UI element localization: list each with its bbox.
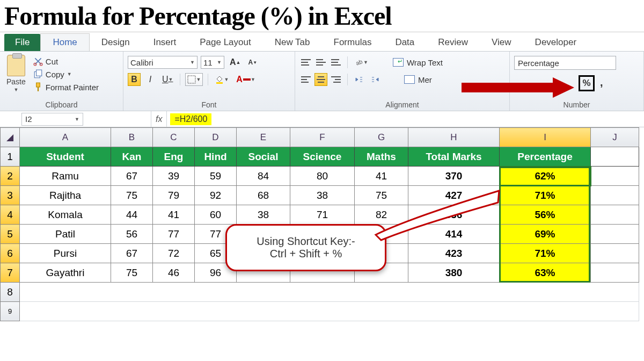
tab-new-tab[interactable]: New Tab — [263, 34, 322, 51]
tab-home[interactable]: Home — [40, 33, 89, 51]
tab-review[interactable]: Review — [426, 34, 480, 51]
cell[interactable] — [591, 186, 639, 205]
col-header[interactable]: I — [500, 128, 591, 147]
col-header[interactable]: E — [237, 128, 290, 147]
borders-button[interactable]: ▼ — [185, 73, 203, 86]
tab-developer[interactable]: Developer — [523, 34, 589, 51]
cell[interactable]: 62% — [500, 167, 591, 186]
cell[interactable]: 92 — [195, 186, 237, 205]
cell[interactable]: 75 — [111, 186, 153, 205]
align-left-button[interactable] — [299, 73, 312, 86]
cell[interactable]: 56% — [500, 205, 591, 225]
cell[interactable]: Gayathri — [20, 263, 111, 283]
cell[interactable]: 39 — [153, 167, 195, 186]
cell[interactable]: 423 — [408, 244, 500, 263]
paste-button[interactable]: Paste ▼ — [4, 54, 28, 93]
font-name-select[interactable]: Calibri▼ — [128, 56, 197, 69]
number-format-select[interactable]: Percentage — [514, 56, 616, 70]
row-header[interactable]: 4 — [1, 205, 20, 225]
cell[interactable]: 71% — [500, 186, 591, 205]
italic-button[interactable]: I — [144, 73, 157, 86]
cell[interactable]: 38 — [290, 186, 355, 205]
cell[interactable]: 41 — [153, 205, 195, 225]
row-header[interactable]: 5 — [1, 225, 20, 244]
cell[interactable]: 370 — [408, 167, 500, 186]
cell[interactable]: 67 — [111, 167, 153, 186]
cell[interactable]: 38 — [237, 205, 290, 225]
format-painter-button[interactable]: Format Painter — [32, 82, 100, 92]
tab-insert[interactable]: Insert — [142, 34, 188, 51]
cell[interactable]: Science — [290, 147, 355, 167]
cell[interactable]: 80 — [290, 167, 355, 186]
cell[interactable]: 46 — [153, 263, 195, 283]
cell[interactable]: 56 — [111, 225, 153, 244]
cell[interactable]: 71 — [290, 205, 355, 225]
cell[interactable]: 84 — [237, 167, 290, 186]
cell[interactable]: 75 — [111, 263, 153, 283]
row-header[interactable]: 7 — [1, 263, 20, 283]
align-top-button[interactable] — [299, 56, 312, 69]
cell[interactable]: Komala — [20, 205, 111, 225]
cell[interactable]: 72 — [153, 244, 195, 263]
col-header[interactable]: H — [408, 128, 500, 147]
comma-style-button[interactable]: , — [600, 76, 603, 89]
cut-button[interactable]: Cut — [32, 56, 100, 67]
cell[interactable]: 59 — [195, 167, 237, 186]
percent-style-button[interactable]: % — [579, 75, 595, 91]
bold-button[interactable]: B — [128, 73, 141, 86]
cell[interactable] — [591, 225, 639, 244]
tab-file[interactable]: File — [4, 34, 40, 51]
col-header[interactable]: D — [195, 128, 237, 147]
col-header[interactable]: J — [591, 128, 639, 147]
font-color-button[interactable]: A▼ — [234, 73, 257, 86]
row-header[interactable]: 6 — [1, 244, 20, 263]
shrink-font-button[interactable]: A▼ — [246, 56, 259, 69]
align-middle-button[interactable] — [314, 56, 327, 69]
merge-center-button[interactable]: Mer — [404, 75, 432, 84]
cell[interactable]: Patil — [20, 225, 111, 244]
cell[interactable] — [591, 167, 639, 186]
cell[interactable]: Social — [237, 147, 290, 167]
cell[interactable]: 71% — [500, 244, 591, 263]
cell[interactable] — [591, 205, 639, 225]
tab-page-layout[interactable]: Page Layout — [188, 34, 262, 51]
cell[interactable]: Maths — [355, 147, 408, 167]
cell[interactable]: Kan — [111, 147, 153, 167]
col-header[interactable]: C — [153, 128, 195, 147]
orientation-button[interactable]: ab▼ — [353, 56, 370, 69]
fill-color-button[interactable]: ▼ — [213, 73, 231, 86]
cell[interactable]: 68 — [237, 186, 290, 205]
cell[interactable]: Student — [20, 147, 111, 167]
select-all-cell[interactable]: ◢ — [1, 128, 20, 147]
align-bottom-button[interactable] — [330, 56, 342, 69]
cell[interactable] — [591, 263, 639, 283]
underline-button[interactable]: U▼ — [160, 73, 175, 86]
row-header[interactable]: 9 — [1, 302, 20, 321]
cell[interactable]: Ramu — [20, 167, 111, 186]
tab-data[interactable]: Data — [383, 34, 426, 51]
font-size-select[interactable]: 11▼ — [201, 56, 224, 69]
align-right-button[interactable] — [330, 73, 342, 86]
grow-font-button[interactable]: A▲ — [228, 56, 243, 69]
cell[interactable]: Hind — [195, 147, 237, 167]
row-header[interactable]: 1 — [1, 147, 20, 167]
cell[interactable]: Total Marks — [408, 147, 500, 167]
row-header[interactable]: 8 — [1, 283, 20, 302]
cell[interactable]: 380 — [408, 263, 500, 283]
row-header[interactable]: 2 — [1, 167, 20, 186]
spreadsheet[interactable]: ◢ A B C D E F G H I J 1 Student Kan Eng … — [0, 127, 644, 321]
wrap-text-button[interactable]: Wrap Text — [393, 58, 443, 67]
formula-value[interactable]: =H2/600 — [170, 113, 211, 125]
col-header[interactable]: A — [20, 128, 111, 147]
cell[interactable] — [591, 147, 639, 167]
cell[interactable]: Pursi — [20, 244, 111, 263]
cell[interactable]: 44 — [111, 205, 153, 225]
row-header[interactable]: 3 — [1, 186, 20, 205]
cell[interactable]: 63% — [500, 263, 591, 283]
tab-formulas[interactable]: Formulas — [322, 34, 384, 51]
cell[interactable]: Eng — [153, 147, 195, 167]
decrease-indent-button[interactable] — [353, 73, 365, 86]
cell[interactable]: Rajitha — [20, 186, 111, 205]
col-header[interactable]: F — [290, 128, 355, 147]
cell[interactable]: 69% — [500, 225, 591, 244]
